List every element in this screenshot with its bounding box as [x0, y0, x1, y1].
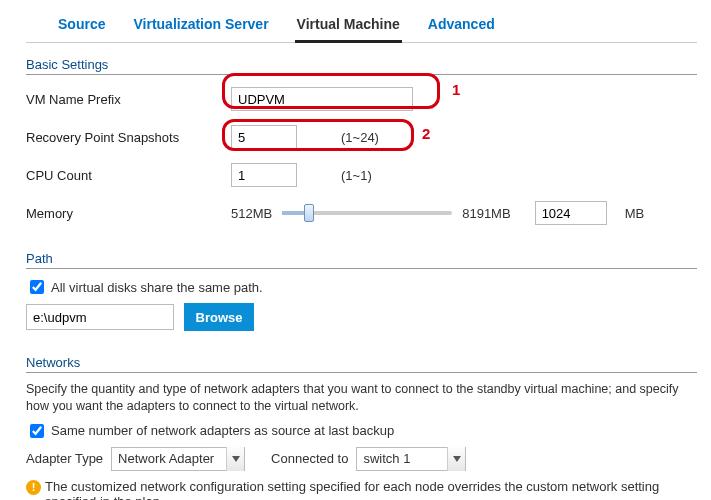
tab-virtualization-server[interactable]: Virtualization Server — [131, 10, 270, 42]
annotation-label-1: 1 — [452, 81, 460, 98]
same-adapters-checkbox[interactable] — [30, 424, 44, 438]
cpu-count-input[interactable] — [231, 163, 297, 187]
basic-settings-title: Basic Settings — [26, 43, 697, 75]
memory-slider-thumb[interactable] — [304, 204, 314, 222]
networks-title: Networks — [26, 341, 697, 373]
share-path-label: All virtual disks share the same path. — [51, 280, 263, 295]
networks-description: Specify the quantity and type of network… — [26, 381, 697, 415]
path-title: Path — [26, 237, 697, 269]
tab-advanced[interactable]: Advanced — [426, 10, 497, 42]
tab-source[interactable]: Source — [56, 10, 107, 42]
memory-label: Memory — [26, 206, 231, 221]
browse-button[interactable]: Browse — [184, 303, 254, 331]
recovery-snapshots-hint: (1~24) — [341, 130, 379, 145]
recovery-snapshots-label: Recovery Point Snapshots — [26, 130, 231, 145]
memory-slider[interactable] — [282, 211, 452, 215]
cpu-count-label: CPU Count — [26, 168, 231, 183]
share-path-checkbox[interactable] — [30, 280, 44, 294]
same-adapters-label: Same number of network adapters as sourc… — [51, 423, 394, 438]
warning-icon: ! — [26, 480, 41, 495]
path-input[interactable] — [26, 304, 174, 330]
memory-max: 8191MB — [462, 206, 510, 221]
vm-name-prefix-input[interactable] — [231, 87, 413, 111]
adapter-type-select[interactable]: Network Adapter — [111, 447, 245, 471]
recovery-snapshots-input[interactable] — [231, 125, 297, 149]
connected-to-select[interactable]: switch 1 — [356, 447, 466, 471]
tab-virtual-machine[interactable]: Virtual Machine — [295, 10, 402, 43]
adapter-type-label: Adapter Type — [26, 451, 103, 466]
annotation-label-2: 2 — [422, 125, 430, 142]
connected-to-label: Connected to — [271, 451, 348, 466]
adapter-type-value: Network Adapter — [118, 451, 226, 466]
cpu-count-hint: (1~1) — [341, 168, 372, 183]
memory-unit: MB — [625, 206, 645, 221]
memory-input[interactable] — [535, 201, 607, 225]
vm-name-prefix-label: VM Name Prefix — [26, 92, 231, 107]
memory-min: 512MB — [231, 206, 272, 221]
warning-text: The customized network configuration set… — [45, 479, 697, 500]
connected-to-value: switch 1 — [363, 451, 447, 466]
chevron-down-icon — [226, 447, 244, 471]
chevron-down-icon — [447, 447, 465, 471]
